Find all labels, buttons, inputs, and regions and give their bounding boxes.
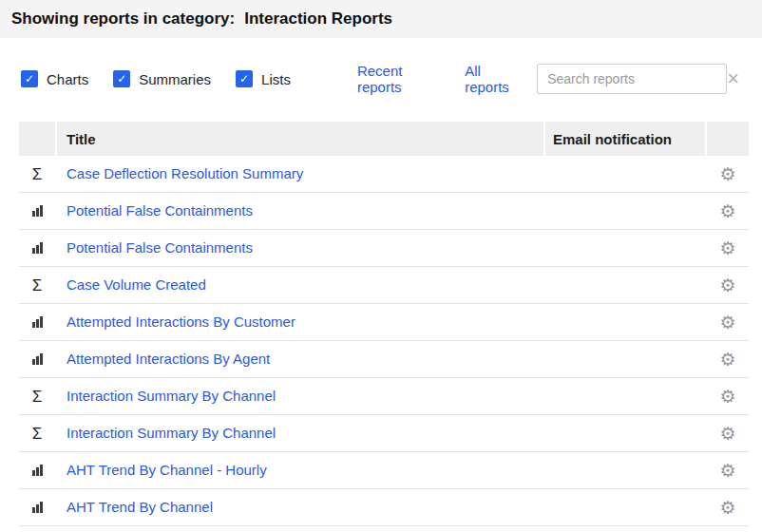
- checkbox-checked-icon: ✓: [21, 70, 38, 87]
- report-title-link[interactable]: Potential False Containments: [67, 239, 253, 256]
- report-title-cell: Potential False Containments: [57, 239, 543, 256]
- report-type-cell: [19, 242, 55, 254]
- table-row: Attempted Interactions By Customer ⚙: [19, 304, 749, 341]
- report-title-link[interactable]: Interaction Summary By Channel: [67, 388, 276, 404]
- check-glyph: ✓: [25, 73, 34, 85]
- bar-chart-icon: [32, 465, 43, 476]
- bar-chart-icon: [32, 353, 43, 365]
- search-box: [537, 64, 727, 94]
- report-type-cell: Σ: [19, 389, 55, 405]
- table-row: AHT Trend By Channel ⚙: [19, 489, 749, 526]
- report-type-cell: Σ: [19, 166, 55, 182]
- report-title-link[interactable]: Case Deflection Resolution Summary: [67, 165, 303, 181]
- title-column-header: Title: [57, 122, 543, 156]
- checkbox-summaries[interactable]: ✓ Summaries: [113, 70, 211, 87]
- bar-chart-icon: [32, 242, 43, 254]
- report-actions-cell: ⚙: [707, 202, 749, 220]
- report-actions-cell: ⚙: [707, 388, 749, 406]
- page-title: Showing reports in category:: [11, 10, 235, 28]
- type-column-header: [19, 122, 55, 156]
- table-row: Σ Interaction Summary By Channel ⚙: [19, 415, 749, 452]
- report-type-cell: Σ: [19, 277, 55, 294]
- filter-toolbar: ✓ Charts ✓ Summaries ✓ Lists Recent repo…: [21, 63, 745, 95]
- checkbox-lists[interactable]: ✓ Lists: [236, 70, 291, 87]
- gear-icon[interactable]: ⚙: [719, 314, 735, 332]
- page-header: Showing reports in category: Interaction…: [0, 0, 762, 38]
- table-row: Potential False Containments ⚙: [19, 230, 749, 267]
- table-row: Σ Case Deflection Resolution Summary ⚙: [19, 156, 749, 193]
- summary-icon: Σ: [32, 277, 43, 294]
- report-title-cell: Case Volume Created: [57, 276, 543, 294]
- summary-icon: Σ: [32, 389, 43, 405]
- report-title-link[interactable]: AHT Trend By Channel: [67, 499, 213, 515]
- table-row: Σ Interaction Summary By Channel ⚙: [19, 378, 749, 415]
- actions-column-header: [707, 122, 749, 156]
- gear-icon[interactable]: ⚙: [719, 388, 735, 406]
- report-title-link[interactable]: Attempted Interactions By Customer: [67, 314, 295, 330]
- gear-icon[interactable]: ⚙: [719, 165, 735, 183]
- report-title-cell: Interaction Summary By Channel: [57, 388, 543, 405]
- gear-icon[interactable]: ⚙: [719, 499, 735, 517]
- report-title-link[interactable]: Interaction Summary By Channel: [67, 425, 276, 441]
- report-type-cell: Σ: [19, 426, 55, 442]
- gear-icon[interactable]: ⚙: [719, 462, 735, 480]
- table-body: Σ Case Deflection Resolution Summary ⚙ P…: [19, 156, 749, 526]
- report-title-link[interactable]: Case Volume Created: [67, 276, 206, 293]
- checkbox-checked-icon: ✓: [113, 70, 130, 87]
- report-title-cell: Attempted Interactions By Customer: [57, 314, 543, 331]
- checkbox-charts-label: Charts: [47, 71, 88, 87]
- report-actions-cell: ⚙: [707, 314, 749, 332]
- report-links: Recent reports All reports: [357, 63, 525, 95]
- email-column-header: Email notification: [545, 122, 705, 156]
- report-title-link[interactable]: AHT Trend By Channel - Hourly: [67, 462, 267, 478]
- table-header: Title Email notification: [19, 122, 749, 156]
- all-reports-link[interactable]: All reports: [465, 63, 525, 95]
- report-title-cell: Case Deflection Resolution Summary: [57, 165, 543, 182]
- check-glyph: ✓: [239, 73, 249, 85]
- close-icon[interactable]: ×: [727, 68, 739, 89]
- reports-page: Showing reports in category: Interaction…: [0, 0, 762, 532]
- report-type-cell: [19, 316, 55, 328]
- report-title-cell: AHT Trend By Channel: [57, 499, 543, 516]
- checkbox-summaries-label: Summaries: [139, 71, 211, 87]
- gear-icon[interactable]: ⚙: [719, 276, 735, 294]
- report-type-cell: [19, 502, 55, 513]
- report-actions-cell: ⚙: [707, 351, 749, 369]
- report-type-cell: [19, 465, 55, 476]
- checkbox-charts[interactable]: ✓ Charts: [21, 70, 88, 87]
- report-actions-cell: ⚙: [707, 462, 749, 480]
- search-input[interactable]: [537, 64, 727, 94]
- checkbox-checked-icon: ✓: [236, 70, 253, 87]
- gear-icon[interactable]: ⚙: [719, 239, 735, 257]
- report-title-link[interactable]: Potential False Containments: [67, 202, 253, 218]
- bar-chart-icon: [32, 205, 43, 217]
- report-title-cell: Attempted Interactions By Agent: [57, 351, 543, 368]
- bar-chart-icon: [32, 502, 43, 513]
- table-row: Potential False Containments ⚙: [19, 193, 749, 230]
- gear-icon[interactable]: ⚙: [719, 425, 735, 443]
- bar-chart-icon: [32, 316, 43, 328]
- report-title-cell: Potential False Containments: [57, 202, 543, 219]
- report-title-link[interactable]: Attempted Interactions By Agent: [67, 351, 270, 367]
- summary-icon: Σ: [32, 426, 43, 442]
- check-glyph: ✓: [117, 73, 126, 85]
- reports-table: Title Email notification Σ Case Deflecti…: [19, 122, 749, 526]
- report-title-cell: Interaction Summary By Channel: [57, 425, 543, 442]
- report-actions-cell: ⚙: [707, 499, 749, 517]
- report-actions-cell: ⚙: [707, 276, 749, 294]
- report-actions-cell: ⚙: [707, 165, 749, 183]
- gear-icon[interactable]: ⚙: [719, 351, 735, 369]
- report-title-cell: AHT Trend By Channel - Hourly: [57, 462, 543, 479]
- checkbox-lists-label: Lists: [261, 71, 291, 87]
- report-type-cell: [19, 353, 55, 365]
- category-name: Interaction Reports: [244, 10, 392, 28]
- gear-icon[interactable]: ⚙: [719, 202, 735, 220]
- table-row: AHT Trend By Channel - Hourly ⚙: [19, 452, 749, 489]
- table-row: Σ Case Volume Created ⚙: [19, 267, 749, 304]
- summary-icon: Σ: [32, 166, 43, 182]
- recent-reports-link[interactable]: Recent reports: [357, 63, 446, 95]
- table-row: Attempted Interactions By Agent ⚙: [19, 341, 749, 378]
- report-type-cell: [19, 205, 55, 217]
- report-actions-cell: ⚙: [707, 239, 749, 257]
- report-actions-cell: ⚙: [707, 425, 749, 443]
